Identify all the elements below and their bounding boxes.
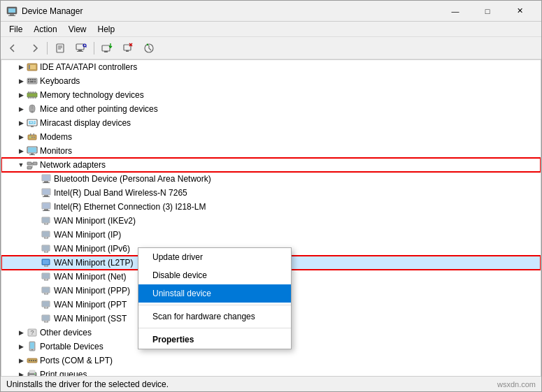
tree-item-mice[interactable]: Mice and other pointing devices — [1, 102, 541, 116]
svg-rect-56 — [28, 147, 36, 152]
svg-rect-41 — [35, 96, 36, 99]
svg-rect-33 — [30, 92, 31, 94]
tree-item-wan-ip[interactable]: WAN Miniport (IP) — [1, 228, 541, 242]
svg-rect-9 — [78, 50, 82, 51]
toolbar-back[interactable] — [3, 40, 23, 57]
expand-arrow[interactable] — [15, 117, 27, 129]
tree-item-network-label: Network adapters — [40, 160, 106, 170]
tree-item-wan-ikev2-label: WAN Miniport (IKEv2) — [54, 216, 136, 226]
expand-arrow[interactable] — [15, 103, 27, 115]
svg-rect-98 — [43, 274, 49, 278]
svg-rect-113 — [43, 316, 49, 320]
svg-rect-75 — [44, 209, 48, 210]
tree-item-mice-label: Mice and other pointing devices — [40, 104, 158, 114]
tree-item-modems[interactable]: Modems — [1, 130, 541, 144]
expand-arrow — [29, 257, 41, 268]
expand-arrow[interactable] — [15, 131, 27, 143]
context-menu-disable[interactable]: Disable device — [138, 266, 291, 284]
tree-item-keyboards-label: Keyboards — [40, 76, 80, 86]
expand-arrow[interactable] — [15, 341, 27, 352]
svg-text:?: ? — [30, 329, 34, 336]
svg-rect-103 — [43, 288, 49, 292]
svg-rect-61 — [27, 166, 31, 169]
svg-rect-34 — [31, 92, 33, 94]
svg-rect-39 — [31, 96, 33, 99]
tree-item-wan-ip-label: WAN Miniport (IP) — [54, 230, 121, 240]
context-menu-uninstall[interactable]: Uninstall device — [138, 284, 291, 303]
context-menu-update[interactable]: Update driver — [138, 248, 291, 266]
toolbar-show-props[interactable] — [50, 40, 70, 57]
svg-rect-22 — [29, 65, 30, 69]
expand-arrow[interactable] — [15, 355, 27, 366]
svg-rect-28 — [28, 81, 29, 82]
title-bar: Device Manager — □ ✕ — [1, 1, 541, 22]
tree-item-monitors[interactable]: Monitors — [1, 144, 541, 158]
expand-arrow — [29, 215, 41, 226]
svg-rect-27 — [34, 79, 36, 80]
svg-rect-29 — [30, 81, 34, 82]
tree-item-wan-ikev2[interactable]: WAN Miniport (IKEv2) — [1, 214, 541, 228]
menu-view[interactable]: View — [63, 23, 92, 36]
svg-rect-108 — [43, 302, 49, 306]
menu-help[interactable]: Help — [92, 23, 121, 36]
expand-arrow[interactable] — [15, 75, 27, 87]
context-menu[interactable]: Update driver Disable device Uninstall d… — [138, 247, 292, 349]
svg-point-125 — [33, 360, 34, 361]
minimize-button[interactable]: — — [439, 1, 471, 22]
menu-file[interactable]: File — [3, 23, 28, 36]
svg-rect-60 — [33, 162, 37, 165]
svg-rect-67 — [44, 181, 48, 182]
svg-rect-120 — [30, 342, 34, 349]
svg-rect-72 — [43, 196, 50, 197]
svg-rect-16 — [126, 50, 129, 52]
svg-rect-74 — [43, 203, 50, 208]
tree-item-ports[interactable]: Ports (COM & LPT) — [1, 354, 541, 368]
tree-item-bluetooth[interactable]: Bluetooth Device (Personal Area Network) — [1, 172, 541, 186]
toolbar-forward[interactable] — [24, 40, 44, 57]
svg-rect-76 — [43, 210, 50, 211]
context-menu-properties[interactable]: Properties — [138, 331, 291, 349]
maximize-button[interactable]: □ — [471, 1, 504, 22]
svg-point-126 — [35, 360, 36, 361]
svg-rect-40 — [34, 96, 35, 99]
tree-item-keyboards[interactable]: Keyboards — [1, 74, 541, 88]
tree-item-memory[interactable]: Memory technology devices — [1, 88, 541, 102]
tree-item-intel-eth-label: Intel(R) Ethernet Connection (3) I218-LM — [54, 202, 206, 212]
svg-rect-3 — [8, 15, 15, 16]
toolbar-scan[interactable] — [71, 40, 91, 57]
toolbar-update-driver[interactable] — [97, 40, 117, 57]
toolbar-sep-1 — [47, 42, 48, 55]
tree-item-network[interactable]: Network adapters — [1, 158, 541, 172]
menu-action[interactable]: Action — [28, 23, 62, 36]
tree-item-intel-wireless[interactable]: Intel(R) Dual Band Wireless-N 7265 — [1, 186, 541, 200]
svg-point-51 — [31, 137, 33, 138]
svg-point-123 — [29, 360, 30, 361]
expand-arrow[interactable] — [15, 145, 27, 157]
expand-arrow[interactable] — [15, 327, 27, 338]
expand-arrow[interactable] — [15, 61, 27, 73]
expand-arrow — [29, 173, 41, 184]
svg-rect-78 — [43, 218, 49, 222]
tree-item-ide[interactable]: IDE ATA/ATAPI controllers — [1, 60, 541, 74]
expand-arrow[interactable] — [15, 159, 27, 170]
context-menu-separator — [138, 305, 291, 305]
svg-rect-88 — [43, 246, 49, 250]
toolbar-scan-changes[interactable] — [139, 40, 159, 57]
tree-item-miracast[interactable]: Miracast display devices — [1, 116, 541, 130]
svg-rect-46 — [29, 121, 36, 124]
svg-rect-13 — [102, 45, 110, 51]
context-menu-scan[interactable]: Scan for hardware changes — [138, 307, 291, 326]
expand-arrow[interactable] — [15, 89, 27, 101]
tree-item-intel-eth[interactable]: Intel(R) Ethernet Connection (3) I218-LM — [1, 200, 541, 214]
svg-rect-68 — [43, 182, 50, 183]
tree-item-wan-ppt-label: WAN Miniport (PPT — [54, 300, 127, 310]
tree-item-intel-wireless-label: Intel(R) Dual Band Wireless-N 7265 — [54, 188, 187, 198]
svg-point-121 — [31, 349, 33, 351]
close-button[interactable]: ✕ — [504, 1, 536, 22]
svg-rect-14 — [104, 51, 108, 52]
toolbar-uninstall[interactable] — [118, 40, 138, 57]
device-tree[interactable]: IDE ATA/ATAPI controllers Keyboards — [1, 59, 541, 377]
tree-item-miracast-label: Miracast display devices — [40, 118, 131, 128]
toolbar — [1, 37, 541, 59]
svg-rect-1 — [8, 8, 15, 13]
